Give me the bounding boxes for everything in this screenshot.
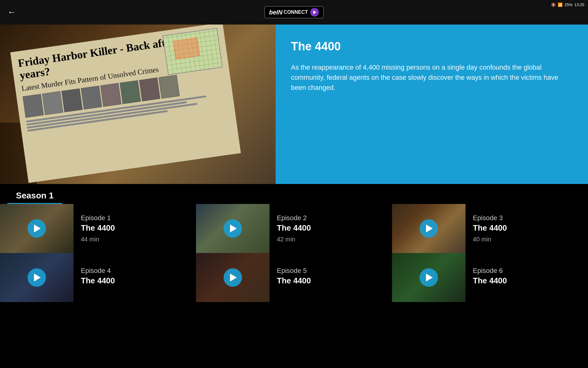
- episode-show-4: The 4400: [81, 276, 189, 286]
- episode-info-6: Episode 6 The 4400: [466, 261, 588, 295]
- play-icon-ep6: [426, 274, 433, 282]
- episode-show-6: The 4400: [473, 276, 581, 286]
- show-description: As the reappearance of 4,400 missing per…: [291, 62, 573, 93]
- logo-bein-text: beIN: [269, 9, 282, 16]
- episode-duration-3: 40 min: [473, 236, 581, 243]
- play-icon-ep4: [34, 274, 41, 282]
- episode-show-5: The 4400: [277, 276, 385, 286]
- season-label: Season 1: [7, 187, 62, 204]
- header: ← beIN CONNECT: [0, 0, 588, 25]
- episode-thumbnail-2: [196, 204, 270, 253]
- play-button-ep6[interactable]: [420, 268, 438, 287]
- show-title: The 4400: [291, 40, 573, 53]
- play-button-ep4[interactable]: [28, 268, 46, 287]
- episode-number-1: Episode 1: [81, 214, 189, 222]
- play-button-ep5[interactable]: [224, 268, 242, 287]
- episode-item[interactable]: Episode 2 The 4400 42 min: [196, 204, 392, 253]
- status-bar: 🔇 📶 25% 13:25: [527, 0, 588, 9]
- episode-number-6: Episode 6: [473, 267, 581, 275]
- episode-number-5: Episode 5: [277, 267, 385, 275]
- episode-thumbnail-6: [392, 253, 466, 302]
- episode-thumbnail-4: [0, 253, 74, 302]
- newspaper-prop: Friday Harbor Killer - Back after 21 yea…: [10, 25, 241, 183]
- episode-duration-2: 42 min: [277, 236, 385, 243]
- main-content: Friday Harbor Killer - Back after 21 yea…: [0, 25, 588, 184]
- hero-image: Friday Harbor Killer - Back after 21 yea…: [0, 25, 276, 184]
- logo-play-icon: [310, 8, 319, 17]
- episode-thumbnail-3: [392, 204, 466, 253]
- episode-info-3: Episode 3 The 4400 40 min: [466, 208, 588, 249]
- episode-item[interactable]: Episode 4 The 4400: [0, 253, 196, 302]
- episode-number-2: Episode 2: [277, 214, 385, 222]
- season-section: Season 1 Episode 1 The 4400 44 min Episo…: [0, 184, 588, 368]
- episode-info-4: Episode 4 The 4400: [74, 261, 196, 295]
- episode-info-1: Episode 1 The 4400 44 min: [74, 208, 196, 249]
- episode-thumbnail-1: [0, 204, 74, 253]
- episode-show-2: The 4400: [277, 223, 385, 233]
- logo-connect-text: CONNECT: [284, 10, 308, 15]
- episode-item[interactable]: Episode 3 The 4400 40 min: [392, 204, 588, 253]
- episode-show-3: The 4400: [473, 223, 581, 233]
- wifi-icon: 📶: [558, 2, 563, 7]
- mute-icon: 🔇: [551, 2, 556, 7]
- back-button[interactable]: ←: [7, 7, 16, 17]
- episode-duration-1: 44 min: [81, 236, 189, 243]
- episode-number-3: Episode 3: [473, 214, 581, 222]
- episode-info-2: Episode 2 The 4400 42 min: [270, 208, 392, 249]
- play-icon-ep3: [426, 224, 433, 232]
- play-button-ep1[interactable]: [28, 219, 46, 238]
- episode-number-4: Episode 4: [81, 267, 189, 275]
- battery-level: 25%: [564, 2, 572, 7]
- clock: 13:25: [574, 2, 584, 7]
- play-icon-ep1: [34, 224, 41, 232]
- episode-item[interactable]: Episode 6 The 4400: [392, 253, 588, 302]
- episode-item[interactable]: Episode 1 The 4400 44 min: [0, 204, 196, 253]
- info-panel: The 4400 As the reappearance of 4,400 mi…: [276, 25, 588, 184]
- episode-info-5: Episode 5 The 4400: [270, 261, 392, 295]
- play-icon-ep2: [230, 224, 237, 232]
- episode-item[interactable]: Episode 5 The 4400: [196, 253, 392, 302]
- episodes-grid: Episode 1 The 4400 44 min Episode 2 The …: [0, 204, 588, 302]
- logo: beIN CONNECT: [264, 6, 324, 18]
- episode-show-1: The 4400: [81, 223, 189, 233]
- play-icon-ep5: [230, 274, 237, 282]
- play-button-ep3[interactable]: [420, 219, 438, 238]
- play-button-ep2[interactable]: [224, 219, 242, 238]
- episode-thumbnail-5: [196, 253, 270, 302]
